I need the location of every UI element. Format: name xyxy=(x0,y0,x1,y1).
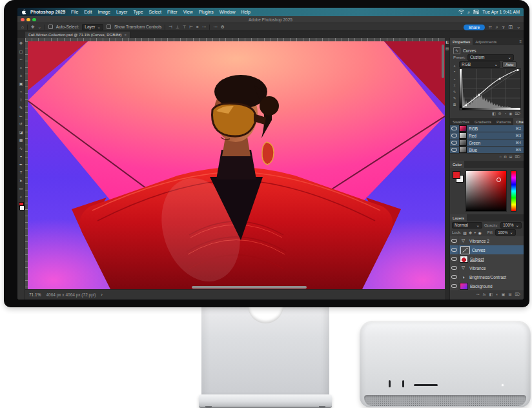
gray-point-eyedropper-icon[interactable]: ⌄ xyxy=(451,76,458,82)
crop-tool[interactable]: ⌗ xyxy=(18,72,25,80)
menu-edit[interactable]: Edit xyxy=(84,10,92,14)
lasso-tool[interactable]: ∽ xyxy=(18,56,25,64)
menu-filter[interactable]: Filter xyxy=(167,10,178,14)
history-brush-tool[interactable]: ↺ xyxy=(18,120,25,128)
reset-adjustment-icon[interactable]: ◔ xyxy=(504,112,507,116)
new-channel-icon[interactable]: ⊞ xyxy=(509,154,512,159)
zoom-tool[interactable]: ⌕ xyxy=(18,193,25,201)
search-icon[interactable]: ⌕ xyxy=(496,25,498,30)
move-tool[interactable]: ✥ xyxy=(18,39,25,48)
notifications-bell-icon[interactable]: ⍾ xyxy=(489,25,492,30)
rectangular-marquee-tool[interactable]: ▢ xyxy=(18,48,25,56)
layer-row-background[interactable]: Background xyxy=(450,281,524,291)
eraser-tool[interactable]: ◪ xyxy=(18,128,25,137)
blur-tool[interactable]: ∿ xyxy=(18,145,25,153)
curve-grid-icon[interactable]: ⊞ xyxy=(451,101,458,108)
control-center-icon[interactable] xyxy=(473,10,479,15)
color-foreground-swatch[interactable] xyxy=(453,171,460,179)
menu-image[interactable]: Image xyxy=(97,10,110,14)
home-icon[interactable]: ⌂ xyxy=(21,25,24,29)
tab-properties[interactable]: Properties xyxy=(450,38,473,45)
dodge-tool[interactable]: ◒ xyxy=(18,152,25,161)
blend-mode-dropdown[interactable]: Normal⌄ xyxy=(452,222,482,229)
document-tab[interactable]: Fall-Winter-Collection.psd @ 71.1% (Curv… xyxy=(25,32,130,38)
layer-row-vibrance2[interactable]: ▽ Vibrance 2 xyxy=(450,236,524,246)
more-options-icon[interactable]: ⋯ xyxy=(213,25,218,30)
tab-channels[interactable]: Channels xyxy=(513,118,524,125)
layer-row-brightness-contrast[interactable]: ◑ Brightness/Contrast xyxy=(450,272,524,282)
spot-healing-tool[interactable]: ⌇ xyxy=(18,96,25,105)
new-layer-icon[interactable]: ⊞ xyxy=(508,292,511,296)
visibility-eye-icon[interactable] xyxy=(450,281,458,291)
align-left-icon[interactable]: ⊣ xyxy=(169,25,172,30)
tab-adjustments[interactable]: Adjustments xyxy=(473,38,499,45)
lock-transparency-icon[interactable]: ▨ xyxy=(463,230,467,235)
lock-position-icon[interactable]: ✥ xyxy=(469,230,472,235)
clip-to-layer-icon[interactable]: ◧ xyxy=(492,111,496,116)
canvas-artwork[interactable] xyxy=(28,41,445,289)
curves-graph[interactable] xyxy=(459,68,521,110)
close-tab-icon[interactable]: × xyxy=(124,33,127,37)
layer-row-subject[interactable]: Subject xyxy=(450,254,524,264)
tab-swatches[interactable]: Swatches xyxy=(450,118,472,125)
menu-type[interactable]: Type xyxy=(133,10,143,14)
auto-select-checkbox[interactable] xyxy=(48,25,53,29)
share-button[interactable]: Share xyxy=(464,25,485,30)
visibility-eye-icon[interactable] xyxy=(450,254,458,263)
delete-channel-icon[interactable]: ⌦ xyxy=(515,154,520,159)
status-chevron-icon[interactable]: › xyxy=(101,292,102,297)
targeted-adjustment-icon[interactable]: ⌖ xyxy=(451,63,458,69)
layer-effects-icon[interactable]: fx xyxy=(483,292,486,296)
visibility-eye-icon[interactable] xyxy=(450,236,458,245)
saturation-brightness-field[interactable] xyxy=(466,170,507,212)
distribute-icon[interactable]: ≡ xyxy=(196,25,199,29)
menu-help[interactable]: Help xyxy=(241,10,251,14)
history-panel-icon[interactable]: ◧ xyxy=(445,40,449,44)
channel-row-blue[interactable]: Blue ⌘5 xyxy=(450,147,524,154)
tab-color[interactable]: Color xyxy=(450,161,464,168)
opacity-dropdown[interactable]: 100%⌄ xyxy=(500,222,522,229)
layer-row-curves[interactable]: Curves xyxy=(450,245,524,255)
visibility-eye-icon[interactable] xyxy=(450,272,458,281)
align-right-icon[interactable]: ⊢ xyxy=(189,25,193,30)
shape-tool[interactable]: ▭ xyxy=(18,185,25,193)
menu-window[interactable]: Window xyxy=(220,10,236,14)
apple-menu-icon[interactable] xyxy=(22,9,26,15)
help-icon[interactable]: ? xyxy=(502,25,505,30)
path-selection-tool[interactable]: ➤ xyxy=(18,177,25,185)
fill-dropdown[interactable]: 100%⌄ xyxy=(495,229,515,236)
visibility-eye-icon[interactable] xyxy=(451,127,457,131)
channel-row-red[interactable]: Red ⌘3 xyxy=(450,132,524,139)
toggle-visibility-icon[interactable]: ◉ xyxy=(509,111,512,116)
vertical-scrollbar[interactable] xyxy=(442,45,444,78)
menu-plugins[interactable]: Plugins xyxy=(199,10,214,14)
spotlight-search-icon[interactable]: ⌕ xyxy=(467,10,470,15)
wifi-icon[interactable] xyxy=(458,10,464,15)
load-selection-icon[interactable]: ○ xyxy=(499,155,502,159)
menu-view[interactable]: View xyxy=(183,10,193,14)
curve-pencil-icon[interactable]: ✎ xyxy=(451,95,458,101)
menu-file[interactable]: File xyxy=(71,10,78,14)
channel-row-rgb[interactable]: RGB ⌘2 xyxy=(450,125,524,132)
eyedropper-tool[interactable]: ⌁ xyxy=(18,88,25,96)
white-point-eyedropper-icon[interactable]: ⌅ xyxy=(451,82,458,88)
type-tool[interactable]: T xyxy=(18,168,25,177)
channel-row-green[interactable]: Green ⌘4 xyxy=(450,139,524,147)
new-group-icon[interactable]: ▣ xyxy=(502,292,506,296)
preset-dropdown[interactable]: Custom⌄ xyxy=(467,54,514,61)
save-selection-icon[interactable]: ◘ xyxy=(504,155,507,159)
auto-button[interactable]: Auto xyxy=(502,61,517,68)
auto-select-target-dropdown[interactable]: Layer⌄ xyxy=(82,24,103,30)
chevron-down-icon[interactable]: ⌄ xyxy=(517,25,520,30)
clone-stamp-tool[interactable]: ⌙ xyxy=(18,112,25,121)
view-previous-state-icon[interactable]: ⊚ xyxy=(498,111,502,116)
more-align-options-icon[interactable]: ⋯ xyxy=(202,25,207,30)
zoom-level-field[interactable]: 71.1% xyxy=(29,292,41,297)
lock-all-icon[interactable]: ◉ xyxy=(478,230,482,235)
add-layer-mask-icon[interactable]: ◧ xyxy=(489,292,493,296)
background-color-swatch[interactable] xyxy=(19,205,25,210)
menu-photoshop[interactable]: Photoshop 2025 xyxy=(30,10,65,14)
brush-tool[interactable]: ✎ xyxy=(18,104,25,112)
menu-layer[interactable]: Layer xyxy=(116,10,128,14)
tab-patterns[interactable]: Patterns xyxy=(494,118,513,125)
